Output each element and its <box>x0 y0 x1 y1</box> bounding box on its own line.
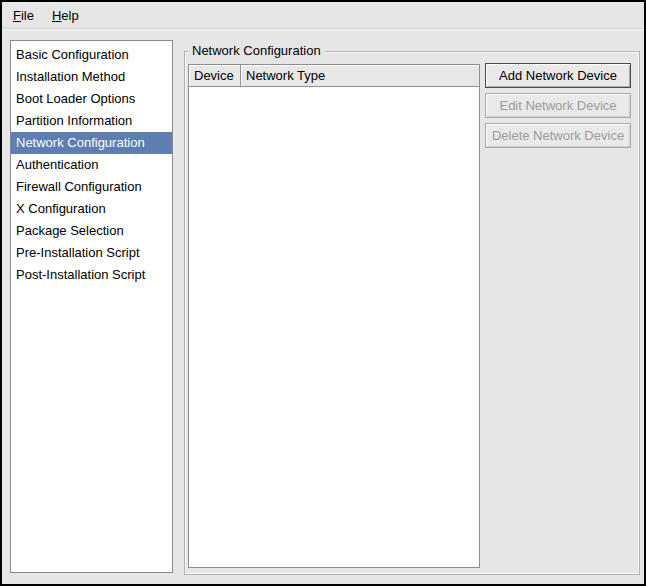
sidebar-item-authentication[interactable]: Authentication <box>11 154 172 176</box>
device-actions: Add Network Device Edit Network Device D… <box>485 63 631 148</box>
delete-network-device-button[interactable]: Delete Network Device <box>485 123 631 148</box>
column-header-network-type[interactable]: Network Type <box>241 65 479 87</box>
menu-file-mnemonic: F <box>13 8 21 23</box>
menu-help-label: elp <box>61 8 78 23</box>
menubar: File Help <box>2 2 644 29</box>
network-configuration-panel: Network Configuration Device Network Typ… <box>184 51 640 575</box>
menu-help-mnemonic: H <box>52 8 61 23</box>
sidebar-item-basic-configuration[interactable]: Basic Configuration <box>11 44 172 66</box>
add-network-device-button[interactable]: Add Network Device <box>485 63 631 88</box>
sidebar-item-post-installation-script[interactable]: Post-Installation Script <box>11 264 172 286</box>
sidebar-item-boot-loader-options[interactable]: Boot Loader Options <box>11 88 172 110</box>
sidebar-item-partition-information[interactable]: Partition Information <box>11 110 172 132</box>
menu-file[interactable]: File <box>4 4 43 27</box>
sidebar-item-pre-installation-script[interactable]: Pre-Installation Script <box>11 242 172 264</box>
edit-network-device-button[interactable]: Edit Network Device <box>485 93 631 118</box>
column-header-device[interactable]: Device <box>189 65 241 87</box>
sidebar-item-network-configuration[interactable]: Network Configuration <box>11 132 172 154</box>
menu-file-label: ile <box>21 8 34 23</box>
menu-help[interactable]: Help <box>43 4 88 27</box>
category-list: Basic Configuration Installation Method … <box>10 40 173 573</box>
sidebar-item-x-configuration[interactable]: X Configuration <box>11 198 172 220</box>
table-header-row: Device Network Type <box>189 65 479 87</box>
sidebar-item-package-selection[interactable]: Package Selection <box>11 220 172 242</box>
table-body-empty[interactable] <box>189 87 479 567</box>
panel-title: Network Configuration <box>188 43 325 59</box>
sidebar-item-firewall-configuration[interactable]: Firewall Configuration <box>11 176 172 198</box>
network-device-table: Device Network Type <box>188 64 480 568</box>
sidebar-item-installation-method[interactable]: Installation Method <box>11 66 172 88</box>
kickstart-configurator-window: File Help Basic Configuration Installati… <box>0 0 646 586</box>
